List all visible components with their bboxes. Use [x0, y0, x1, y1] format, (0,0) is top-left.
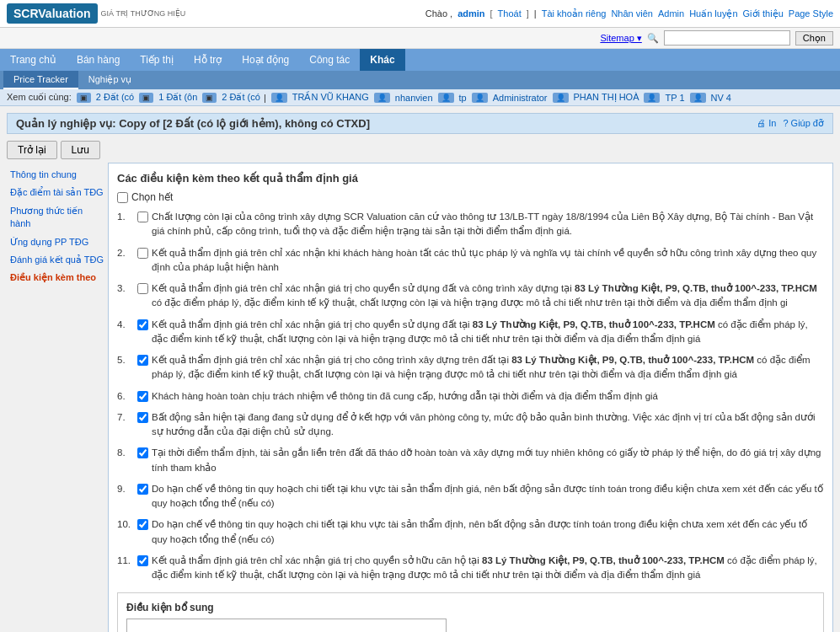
cond-checkbox-8[interactable]	[137, 447, 148, 458]
cond-num-9: 9.	[117, 482, 134, 496]
leftnav-danhgia[interactable]: Đánh giá kết quả TĐG	[7, 251, 108, 269]
logo-area: SCRValuation GIÁ TRỊ THƯƠNG HIỆU	[7, 3, 185, 24]
logo-text: SCRValuation	[13, 7, 91, 20]
cond-text-3: Kết quả thẩm định giá trên chỉ xác nhận …	[152, 281, 824, 311]
condition-item-7: 7. Bất động sản hiện tại đang đang sử dụ…	[117, 410, 824, 440]
nav-hoatdong[interactable]: Hoạt động	[232, 49, 299, 71]
cond-checkbox-2[interactable]	[137, 248, 148, 259]
save-button-top[interactable]: Lưu	[61, 141, 100, 159]
user-link[interactable]: admin	[457, 8, 484, 19]
cond-num-8: 8.	[117, 446, 134, 460]
content-area: Thông tin chung Đặc điểm tài sản TĐG Phư…	[7, 163, 833, 632]
select-all-checkbox[interactable]	[117, 192, 128, 203]
nav-khac[interactable]: Khác	[360, 49, 404, 71]
recent-icon-6: 👤	[438, 93, 454, 103]
cond-checkbox-4[interactable]	[137, 319, 148, 330]
cond-num-1: 1.	[117, 210, 134, 224]
recent-icon-8: 👤	[553, 93, 569, 103]
recent-icon-7: 👤	[472, 93, 488, 103]
logo: SCRValuation	[7, 3, 98, 24]
cond-num-5: 5.	[117, 353, 134, 367]
select-all-label: Chọn hết	[131, 191, 173, 203]
cond-num-7: 7.	[117, 410, 134, 425]
add-condition-textarea[interactable]	[126, 619, 447, 632]
cond-text-6: Khách hàng hoàn toàn chịu trách nhiệm về…	[152, 389, 824, 404]
thoat-bracket: [	[490, 8, 493, 19]
condition-item-11: 11. Kết quả thẩm định giá trên chỉ xác n…	[117, 554, 824, 583]
nav-link-intro[interactable]: Giới thiệu	[743, 8, 784, 19]
cond-text-10: Do hạn chế về thông tin quy hoạch chi ti…	[152, 517, 824, 547]
recent-bar: Xem cuối cùng: ▣ 2 Đất (có ▣ 1 Đất (ôn ▣…	[0, 89, 840, 106]
nav-link-staff[interactable]: Nhân viên	[611, 8, 653, 19]
recent-item-3[interactable]: 2 Đất (có	[222, 92, 260, 103]
nav-link-account[interactable]: Tài khoản riêng	[542, 8, 607, 19]
condition-item-8: 8. Tại thời điểm thẩm định, tài sản gắn …	[117, 446, 824, 475]
condition-item-3: 3. Kết quả thẩm định giá trên chỉ xác nh…	[117, 281, 824, 311]
subnav-price-tracker[interactable]: Price Tracker	[3, 71, 78, 89]
recent-icon-1: ▣	[77, 93, 91, 103]
leftnav-ungdung[interactable]: Ứng dụng PP TĐG	[7, 233, 108, 251]
search-input[interactable]	[664, 30, 790, 46]
recent-separator: |	[264, 93, 266, 103]
recent-item-4[interactable]: TRẦN VŨ KHANG	[292, 92, 369, 103]
condition-item-1: 1. Chất lượng còn lại của công trình xây…	[117, 210, 824, 239]
help-link[interactable]: ? Giúp đỡ	[783, 118, 824, 129]
separator: |	[534, 8, 537, 19]
nav-trangchu[interactable]: Trang chủ	[0, 49, 67, 71]
main-nav: Trang chủ Bán hàng Tiếp thị Hỗ trợ Hoạt …	[0, 49, 840, 71]
cond-checkbox-7[interactable]	[137, 412, 148, 423]
recent-icon-5: 👤	[374, 93, 390, 103]
recent-item-2[interactable]: 1 Đất (ôn	[158, 92, 197, 103]
cond-checkbox-3[interactable]	[137, 283, 148, 294]
leftnav-thongtin[interactable]: Thông tin chung	[7, 166, 108, 184]
recent-item-1[interactable]: 2 Đất (có	[96, 92, 135, 103]
cond-text-4: Kết quả thẩm định giá trên chỉ xác nhận …	[152, 318, 824, 347]
cond-text-1: Chất lượng còn lại của công trình xây dự…	[152, 210, 824, 239]
recent-icon-3: ▣	[202, 93, 217, 103]
add-condition-box: Điều kiện bổ sung Thêm Xóa	[117, 592, 824, 632]
left-nav: Thông tin chung Đặc điểm tài sản TĐG Phư…	[7, 163, 108, 632]
recent-item-5[interactable]: nhanvien	[395, 93, 433, 103]
recent-icon-10: 👤	[690, 93, 706, 103]
print-link[interactable]: 🖨 In	[757, 118, 776, 129]
cond-checkbox-9[interactable]	[137, 484, 148, 495]
nav-link-admin[interactable]: Admin	[658, 8, 684, 19]
recent-item-10[interactable]: NV 4	[711, 93, 731, 103]
recent-item-9[interactable]: TP 1	[665, 93, 684, 103]
thoat-bracket-close: ]	[527, 8, 529, 19]
cond-checkbox-5[interactable]	[137, 355, 148, 366]
page-actions: 🖨 In ? Giúp đỡ	[757, 118, 824, 129]
cond-num-11: 11.	[117, 554, 134, 568]
recent-icon-2: ▣	[139, 93, 153, 103]
nav-link-training[interactable]: Huấn luyện	[689, 8, 737, 19]
leftnav-phuongthuc[interactable]: Phương thức tiến hành	[7, 202, 108, 233]
cond-text-5: Kết quả thẩm định giá trên chỉ xác nhận …	[152, 353, 824, 383]
sitemap-link[interactable]: Sitemap ▾	[600, 33, 641, 44]
chon-button[interactable]: Chọn	[795, 31, 833, 46]
nav-congtac[interactable]: Công tác	[299, 49, 360, 71]
nav-banhang[interactable]: Bán hàng	[67, 49, 130, 71]
nav-link-page-style[interactable]: Page Style	[789, 8, 833, 19]
greeting-text: Chào ,	[425, 8, 452, 19]
recent-item-8[interactable]: PHAN THỊ HOÀ	[574, 92, 639, 103]
cond-text-9: Do hạn chế về thông tin quy hoạch chi ti…	[152, 482, 824, 511]
recent-item-6[interactable]: tp	[459, 93, 467, 103]
cond-checkbox-11[interactable]	[137, 555, 148, 566]
recent-item-7[interactable]: Administrator	[493, 93, 548, 103]
leftnav-dacdiemtaisan[interactable]: Đặc điểm tài sản TĐG	[7, 184, 108, 201]
cond-checkbox-6[interactable]	[137, 391, 148, 402]
leftnav-dieukien[interactable]: Điều kiện kèm theo	[7, 269, 108, 287]
thoat-link[interactable]: Thoát	[498, 8, 522, 19]
nav-hotro[interactable]: Hỗ trợ	[184, 49, 232, 71]
condition-item-6: 6. Khách hàng hoàn toàn chịu trách nhiệm…	[117, 389, 824, 404]
cond-checkbox-1[interactable]	[137, 212, 148, 222]
cond-checkbox-10[interactable]	[137, 519, 148, 530]
recent-icon-4: 👤	[271, 93, 287, 103]
subnav-nghiepvu[interactable]: Nghiệp vụ	[78, 71, 142, 89]
condition-item-2: 2. Kết quả thẩm định giá trên chỉ xác nh…	[117, 246, 824, 276]
top-right-bar: Chào , admin [ Thoát ] | Tài khoản riêng…	[425, 8, 833, 19]
condition-item-4: 4. Kết quả thẩm định giá trên chỉ xác nh…	[117, 318, 824, 347]
select-all-row: Chọn hết	[117, 191, 824, 203]
back-button-top[interactable]: Trở lại	[7, 141, 57, 159]
nav-tiepthi[interactable]: Tiếp thị	[130, 49, 184, 71]
